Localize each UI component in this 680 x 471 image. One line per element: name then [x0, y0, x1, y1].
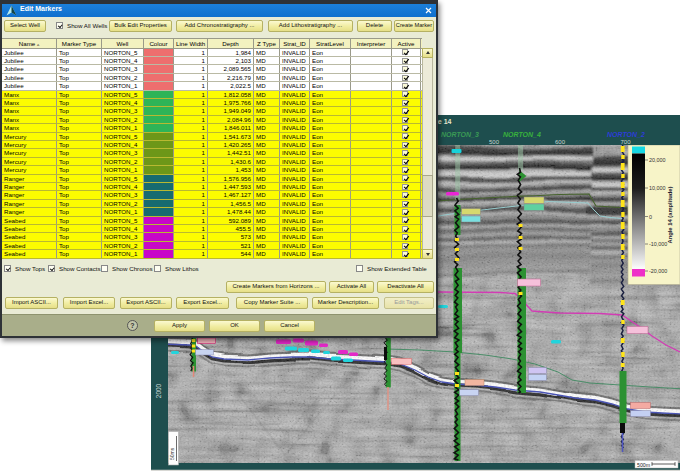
svg-text:2000: 2000	[155, 383, 162, 398]
svg-text:700: 700	[620, 139, 631, 145]
svg-text:Angle 14 (amplitude): Angle 14 (amplitude)	[667, 186, 673, 243]
svg-text:20,000: 20,000	[649, 157, 666, 163]
svg-text:50ms: 50ms	[169, 447, 175, 460]
svg-text:10,000: 10,000	[649, 185, 666, 191]
svg-text:0: 0	[649, 214, 652, 220]
svg-text:500m: 500m	[637, 462, 650, 468]
svg-text:600: 600	[555, 139, 566, 145]
svg-text:NORTON_2: NORTON_2	[607, 131, 645, 138]
svg-text:NORTON_3: NORTON_3	[441, 131, 479, 138]
svg-text:-10,000: -10,000	[649, 241, 667, 247]
svg-text:500: 500	[489, 139, 500, 145]
svg-text:NORTON_4: NORTON_4	[503, 131, 541, 138]
svg-text:-20,000: -20,000	[649, 268, 667, 274]
